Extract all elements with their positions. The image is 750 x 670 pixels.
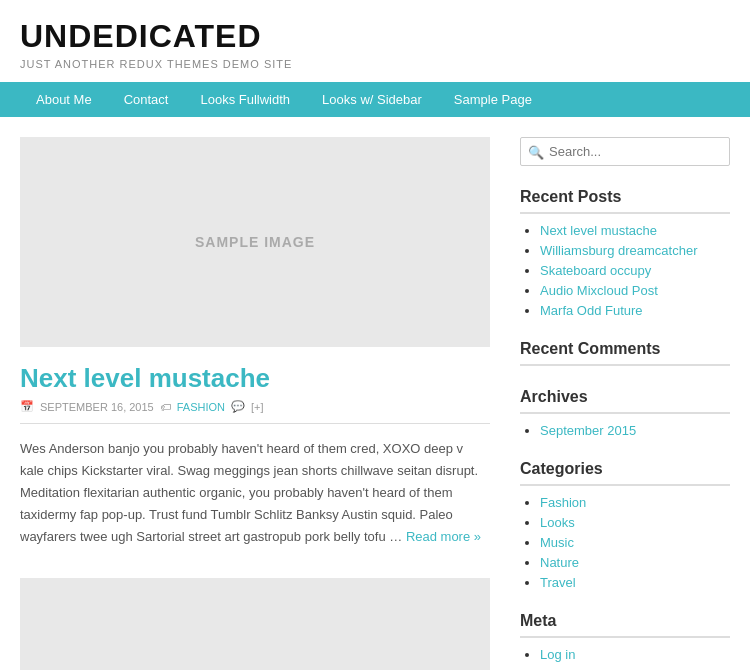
archives-list: September 2015 (520, 422, 730, 438)
list-item: Fashion (540, 494, 730, 510)
recent-post-link[interactable]: Next level mustache (540, 223, 657, 238)
post-category-1[interactable]: FASHION (177, 401, 225, 413)
list-item: Travel (540, 574, 730, 590)
category-link[interactable]: Fashion (540, 495, 586, 510)
post-2: SAMPLE IMAGE (20, 578, 490, 670)
list-item: Next level mustache (540, 222, 730, 238)
recent-posts-list: Next level mustacheWilliamsburg dreamcat… (520, 222, 730, 318)
recent-post-link[interactable]: Audio Mixcloud Post (540, 283, 658, 298)
nav-link[interactable]: Sample Page (438, 82, 548, 117)
nav-item: About Me (20, 82, 108, 117)
main-nav: About MeContactLooks FullwidthLooks w/ S… (0, 82, 750, 117)
calendar-icon-1: 📅 (20, 400, 34, 413)
archive-link[interactable]: September 2015 (540, 423, 636, 438)
post-1: SAMPLE IMAGE Next level mustache 📅 SEPTE… (20, 137, 490, 548)
nav-link[interactable]: Contact (108, 82, 185, 117)
site-title: UNDEDICATED (20, 18, 730, 55)
sidebar: 🔍 Recent Posts Next level mustacheWillia… (520, 137, 730, 670)
search-input[interactable] (520, 137, 730, 166)
main-content: SAMPLE IMAGE Next level mustache 📅 SEPTE… (20, 137, 490, 670)
post-meta-1: 📅 SEPTEMBER 16, 2015 🏷 FASHION 💬 [+] (20, 400, 490, 424)
search-icon: 🔍 (528, 144, 544, 159)
post-image-2: SAMPLE IMAGE (20, 578, 490, 670)
nav-link[interactable]: Looks w/ Sidebar (306, 82, 438, 117)
recent-post-link[interactable]: Skateboard occupy (540, 263, 651, 278)
meta-list: Log inEntries RSSComments RSSWordPress.o… (520, 646, 730, 670)
recent-comments-section: Recent Comments (520, 340, 730, 366)
nav-link[interactable]: Looks Fullwidth (184, 82, 306, 117)
category-link[interactable]: Music (540, 535, 574, 550)
site-tagline: JUST ANOTHER REDUX THEMES DEMO SITE (20, 58, 730, 70)
nav-item: Sample Page (438, 82, 548, 117)
list-item: Looks (540, 514, 730, 530)
list-item: Music (540, 534, 730, 550)
recent-comments-heading: Recent Comments (520, 340, 730, 366)
content-wrapper: SAMPLE IMAGE Next level mustache 📅 SEPTE… (0, 117, 750, 670)
recent-posts-heading: Recent Posts (520, 188, 730, 214)
list-item: Marfa Odd Future (540, 302, 730, 318)
post-image-1: SAMPLE IMAGE (20, 137, 490, 347)
post-excerpt-1: Wes Anderson banjo you probably haven't … (20, 438, 490, 548)
category-link[interactable]: Looks (540, 515, 575, 530)
nav-item: Looks w/ Sidebar (306, 82, 438, 117)
list-item: September 2015 (540, 422, 730, 438)
list-item: Williamsburg dreamcatcher (540, 242, 730, 258)
site-header: UNDEDICATED JUST ANOTHER REDUX THEMES DE… (0, 0, 750, 82)
post-title-1: Next level mustache (20, 363, 490, 394)
archives-section: Archives September 2015 (520, 388, 730, 438)
read-more-link-1[interactable]: Read more » (406, 529, 481, 544)
post-image-label-1: SAMPLE IMAGE (195, 234, 315, 250)
recent-post-link[interactable]: Marfa Odd Future (540, 303, 643, 318)
nav-link[interactable]: About Me (20, 82, 108, 117)
post-title-link-1[interactable]: Next level mustache (20, 363, 270, 393)
category-link[interactable]: Travel (540, 575, 576, 590)
categories-section: Categories FashionLooksMusicNatureTravel (520, 460, 730, 590)
list-item: Entries RSS (540, 666, 730, 670)
post-date-1: SEPTEMBER 16, 2015 (40, 401, 154, 413)
list-item: Skateboard occupy (540, 262, 730, 278)
list-item: Audio Mixcloud Post (540, 282, 730, 298)
nav-item: Looks Fullwidth (184, 82, 306, 117)
recent-posts-section: Recent Posts Next level mustacheWilliams… (520, 188, 730, 318)
post-comments-1: [+] (251, 401, 264, 413)
meta-link[interactable]: Log in (540, 647, 575, 662)
categories-list: FashionLooksMusicNatureTravel (520, 494, 730, 590)
archives-heading: Archives (520, 388, 730, 414)
category-icon-1: 🏷 (160, 401, 171, 413)
category-link[interactable]: Nature (540, 555, 579, 570)
comment-icon-1: 💬 (231, 400, 245, 413)
meta-section: Meta Log inEntries RSSComments RSSWordPr… (520, 612, 730, 670)
recent-post-link[interactable]: Williamsburg dreamcatcher (540, 243, 698, 258)
meta-heading: Meta (520, 612, 730, 638)
list-item: Nature (540, 554, 730, 570)
search-box: 🔍 (520, 137, 730, 166)
categories-heading: Categories (520, 460, 730, 486)
list-item: Log in (540, 646, 730, 662)
nav-item: Contact (108, 82, 185, 117)
nav-list: About MeContactLooks FullwidthLooks w/ S… (20, 82, 730, 117)
